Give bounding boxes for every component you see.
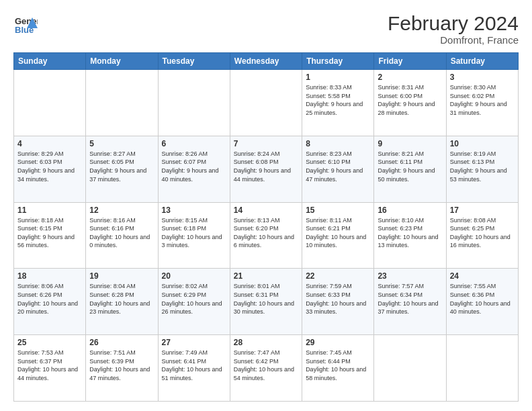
calendar-table: SundayMondayTuesdayWednesdayThursdayFrid… <box>13 52 519 402</box>
calendar-cell: 1Sunrise: 8:33 AM Sunset: 5:58 PM Daylig… <box>302 70 374 136</box>
day-number: 26 <box>89 338 154 347</box>
calendar-title: February 2024 <box>388 12 519 34</box>
calendar-cell: 12Sunrise: 8:16 AM Sunset: 6:16 PM Dayli… <box>86 202 158 269</box>
calendar-cell: 9Sunrise: 8:21 AM Sunset: 6:11 PM Daylig… <box>374 136 446 202</box>
header: General Blue February 2024 Domfront, Fra… <box>13 12 519 46</box>
day-number: 1 <box>306 73 370 82</box>
day-info: Sunrise: 7:53 AM Sunset: 6:37 PM Dayligh… <box>17 349 82 382</box>
day-number: 11 <box>17 205 82 215</box>
calendar-cell: 16Sunrise: 8:10 AM Sunset: 6:23 PM Dayli… <box>374 202 446 269</box>
day-number: 17 <box>450 205 515 215</box>
day-info: Sunrise: 7:59 AM Sunset: 6:33 PM Dayligh… <box>306 282 370 316</box>
day-number: 29 <box>306 338 370 347</box>
calendar-cell: 26Sunrise: 7:51 AM Sunset: 6:39 PM Dayli… <box>86 335 158 402</box>
calendar-cell: 22Sunrise: 7:59 AM Sunset: 6:33 PM Dayli… <box>302 269 374 335</box>
day-info: Sunrise: 8:21 AM Sunset: 6:11 PM Dayligh… <box>378 150 442 183</box>
day-header-monday: Monday <box>86 53 158 70</box>
logo-icon: General Blue <box>13 12 38 36</box>
day-info: Sunrise: 7:47 AM Sunset: 6:42 PM Dayligh… <box>234 349 298 382</box>
calendar-cell <box>86 70 158 136</box>
day-info: Sunrise: 8:33 AM Sunset: 5:58 PM Dayligh… <box>306 83 370 117</box>
calendar-cell: 17Sunrise: 8:08 AM Sunset: 6:25 PM Dayli… <box>446 202 518 269</box>
day-number: 19 <box>89 271 154 281</box>
calendar-week-row: 1Sunrise: 8:33 AM Sunset: 5:58 PM Daylig… <box>14 70 519 136</box>
day-number: 3 <box>450 73 515 82</box>
calendar-cell: 24Sunrise: 7:55 AM Sunset: 6:36 PM Dayli… <box>446 269 518 335</box>
day-info: Sunrise: 7:51 AM Sunset: 6:39 PM Dayligh… <box>89 349 154 382</box>
day-number: 6 <box>162 139 226 148</box>
day-number: 20 <box>162 271 226 281</box>
day-info: Sunrise: 8:16 AM Sunset: 6:16 PM Dayligh… <box>89 216 154 250</box>
day-number: 15 <box>306 205 370 215</box>
calendar-cell: 20Sunrise: 8:02 AM Sunset: 6:29 PM Dayli… <box>158 269 230 335</box>
day-number: 27 <box>162 338 226 347</box>
calendar-cell: 21Sunrise: 8:01 AM Sunset: 6:31 PM Dayli… <box>230 269 302 335</box>
day-info: Sunrise: 8:26 AM Sunset: 6:07 PM Dayligh… <box>162 150 226 183</box>
day-number: 9 <box>378 139 442 148</box>
day-number: 10 <box>450 139 515 148</box>
day-info: Sunrise: 7:55 AM Sunset: 6:36 PM Dayligh… <box>450 282 515 316</box>
day-number: 2 <box>378 73 442 82</box>
title-block: February 2024 Domfront, France <box>388 12 519 46</box>
day-header-sunday: Sunday <box>14 53 86 70</box>
calendar-cell: 11Sunrise: 8:18 AM Sunset: 6:15 PM Dayli… <box>14 202 86 269</box>
day-info: Sunrise: 8:31 AM Sunset: 6:00 PM Dayligh… <box>378 83 442 117</box>
calendar-cell <box>158 70 230 136</box>
calendar-cell: 27Sunrise: 7:49 AM Sunset: 6:41 PM Dayli… <box>158 335 230 402</box>
day-info: Sunrise: 8:15 AM Sunset: 6:18 PM Dayligh… <box>162 216 226 250</box>
calendar-cell: 3Sunrise: 8:30 AM Sunset: 6:02 PM Daylig… <box>446 70 518 136</box>
calendar-cell: 7Sunrise: 8:24 AM Sunset: 6:08 PM Daylig… <box>230 136 302 202</box>
day-number: 28 <box>234 338 298 347</box>
day-number: 5 <box>89 139 154 148</box>
calendar-header-row: SundayMondayTuesdayWednesdayThursdayFrid… <box>14 53 519 70</box>
calendar-cell: 8Sunrise: 8:23 AM Sunset: 6:10 PM Daylig… <box>302 136 374 202</box>
day-info: Sunrise: 8:06 AM Sunset: 6:26 PM Dayligh… <box>17 282 82 316</box>
logo: General Blue <box>13 12 38 36</box>
day-info: Sunrise: 8:10 AM Sunset: 6:23 PM Dayligh… <box>378 216 442 250</box>
day-number: 18 <box>17 271 82 281</box>
day-number: 25 <box>17 338 82 347</box>
day-info: Sunrise: 8:23 AM Sunset: 6:10 PM Dayligh… <box>306 150 370 183</box>
calendar-subtitle: Domfront, France <box>388 34 519 46</box>
day-info: Sunrise: 8:18 AM Sunset: 6:15 PM Dayligh… <box>17 216 82 250</box>
day-number: 22 <box>306 271 370 281</box>
calendar-cell: 6Sunrise: 8:26 AM Sunset: 6:07 PM Daylig… <box>158 136 230 202</box>
day-number: 4 <box>17 139 82 148</box>
day-number: 21 <box>234 271 298 281</box>
calendar-week-row: 4Sunrise: 8:29 AM Sunset: 6:03 PM Daylig… <box>14 136 519 202</box>
day-info: Sunrise: 8:02 AM Sunset: 6:29 PM Dayligh… <box>162 282 226 316</box>
calendar-week-row: 18Sunrise: 8:06 AM Sunset: 6:26 PM Dayli… <box>14 269 519 335</box>
day-header-wednesday: Wednesday <box>230 53 302 70</box>
calendar-cell: 23Sunrise: 7:57 AM Sunset: 6:34 PM Dayli… <box>374 269 446 335</box>
calendar-cell: 15Sunrise: 8:11 AM Sunset: 6:21 PM Dayli… <box>302 202 374 269</box>
day-number: 13 <box>162 205 226 215</box>
day-info: Sunrise: 8:24 AM Sunset: 6:08 PM Dayligh… <box>234 150 298 183</box>
calendar-cell: 18Sunrise: 8:06 AM Sunset: 6:26 PM Dayli… <box>14 269 86 335</box>
day-info: Sunrise: 7:57 AM Sunset: 6:34 PM Dayligh… <box>378 282 442 316</box>
calendar-cell <box>446 335 518 402</box>
calendar-cell <box>230 70 302 136</box>
day-number: 16 <box>378 205 442 215</box>
calendar-cell: 2Sunrise: 8:31 AM Sunset: 6:00 PM Daylig… <box>374 70 446 136</box>
calendar-cell: 10Sunrise: 8:19 AM Sunset: 6:13 PM Dayli… <box>446 136 518 202</box>
day-info: Sunrise: 8:01 AM Sunset: 6:31 PM Dayligh… <box>234 282 298 316</box>
calendar-cell: 29Sunrise: 7:45 AM Sunset: 6:44 PM Dayli… <box>302 335 374 402</box>
calendar-cell: 25Sunrise: 7:53 AM Sunset: 6:37 PM Dayli… <box>14 335 86 402</box>
day-info: Sunrise: 8:29 AM Sunset: 6:03 PM Dayligh… <box>17 150 82 183</box>
day-header-tuesday: Tuesday <box>158 53 230 70</box>
calendar-cell: 13Sunrise: 8:15 AM Sunset: 6:18 PM Dayli… <box>158 202 230 269</box>
day-number: 24 <box>450 271 515 281</box>
day-header-thursday: Thursday <box>302 53 374 70</box>
day-info: Sunrise: 8:27 AM Sunset: 6:05 PM Dayligh… <box>89 150 154 183</box>
calendar-week-row: 25Sunrise: 7:53 AM Sunset: 6:37 PM Dayli… <box>14 335 519 402</box>
day-info: Sunrise: 8:13 AM Sunset: 6:20 PM Dayligh… <box>234 216 298 250</box>
day-info: Sunrise: 8:19 AM Sunset: 6:13 PM Dayligh… <box>450 150 515 183</box>
day-header-friday: Friday <box>374 53 446 70</box>
day-info: Sunrise: 7:49 AM Sunset: 6:41 PM Dayligh… <box>162 349 226 382</box>
calendar-cell: 14Sunrise: 8:13 AM Sunset: 6:20 PM Dayli… <box>230 202 302 269</box>
day-header-saturday: Saturday <box>446 53 518 70</box>
calendar-cell: 28Sunrise: 7:47 AM Sunset: 6:42 PM Dayli… <box>230 335 302 402</box>
day-info: Sunrise: 8:30 AM Sunset: 6:02 PM Dayligh… <box>450 83 515 117</box>
calendar-cell <box>374 335 446 402</box>
calendar-cell: 19Sunrise: 8:04 AM Sunset: 6:28 PM Dayli… <box>86 269 158 335</box>
